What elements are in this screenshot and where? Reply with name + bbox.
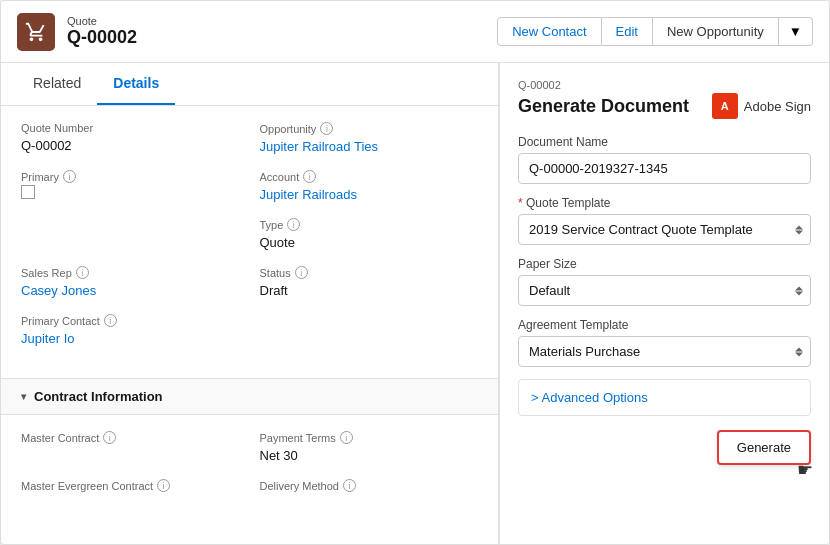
primary-contact-info-icon[interactable]: i (104, 314, 117, 327)
quote-template-field: Quote Template 2019 Service Contract Quo… (518, 196, 811, 245)
generate-button[interactable]: Generate (717, 430, 811, 465)
field-row-2: Primary i ✎ Account i (21, 170, 478, 204)
paper-size-select-wrapper: Default (518, 275, 811, 306)
opportunity-link[interactable]: Jupiter Railroad Ties (260, 137, 379, 156)
field-row-contract-1: Master Contract i ✎ Payment Terms i (21, 431, 478, 465)
payment-terms-label: Payment Terms i (260, 431, 479, 444)
primary-value-row: ✎ (21, 185, 240, 199)
field-primary-contact: Primary Contact i Jupiter Io ✎ (21, 314, 240, 348)
adobe-sign-label: Adobe Sign (744, 99, 811, 114)
type-info-icon[interactable]: i (287, 218, 300, 231)
header: Quote Q-00002 New Contact Edit New Oppor… (1, 1, 829, 63)
master-contract-info-icon[interactable]: i (103, 431, 116, 444)
adobe-sign-branding: A Adobe Sign (712, 93, 811, 119)
form-section-contract: Master Contract i ✎ Payment Terms i (1, 415, 498, 524)
status-value-row: Draft ✎ (260, 281, 479, 300)
quote-number-value-row: Q-00002 (21, 136, 240, 155)
paper-size-select[interactable]: Default (518, 275, 811, 306)
panel-record-id: Q-00002 (518, 79, 811, 91)
field-status: Status i Draft ✎ (260, 266, 479, 300)
primary-label: Primary i (21, 170, 240, 183)
field-empty-1 (21, 218, 240, 252)
type-value-row: Quote ✎ (260, 233, 479, 252)
agreement-template-select-wrapper: Materials Purchase (518, 336, 811, 367)
body: Related Details Quote Number Q-00002 (1, 63, 829, 544)
cart-svg (25, 21, 47, 43)
document-name-field: Document Name (518, 135, 811, 184)
quote-template-label: Quote Template (518, 196, 811, 210)
primary-contact-value-row: Jupiter Io ✎ (21, 329, 240, 348)
panel-header: Generate Document A Adobe Sign (518, 93, 811, 119)
field-row-contract-2: Master Evergreen Contract i Delivery Met… (21, 479, 478, 494)
opportunity-info-icon[interactable]: i (320, 122, 333, 135)
field-opportunity: Opportunity i Jupiter Railroad Ties ✎ (260, 122, 479, 156)
actions-dropdown-button[interactable]: ▼ (779, 17, 813, 46)
field-type: Type i Quote ✎ (260, 218, 479, 252)
primary-checkbox[interactable] (21, 185, 35, 199)
paper-size-label: Paper Size (518, 257, 811, 271)
opportunity-label: Opportunity i (260, 122, 479, 135)
status-value: Draft (260, 281, 288, 300)
adobe-icon: A (712, 93, 738, 119)
advanced-options-label: > Advanced Options (531, 390, 648, 405)
header-title-block: Quote Q-00002 (67, 15, 137, 48)
agreement-template-label: Agreement Template (518, 318, 811, 332)
contract-info-section-header[interactable]: ▾ Contract Information (1, 378, 498, 415)
sales-rep-info-icon[interactable]: i (76, 266, 89, 279)
sales-rep-label: Sales Rep i (21, 266, 240, 279)
advanced-options-section[interactable]: > Advanced Options (518, 379, 811, 416)
agreement-template-select[interactable]: Materials Purchase (518, 336, 811, 367)
opportunity-value-row: Jupiter Railroad Ties ✎ (260, 137, 479, 156)
status-info-icon[interactable]: i (295, 266, 308, 279)
tab-related[interactable]: Related (17, 63, 97, 105)
field-row-5: Primary Contact i Jupiter Io ✎ (21, 314, 478, 348)
primary-info-icon[interactable]: i (63, 170, 76, 183)
contract-info-label: Contract Information (34, 389, 163, 404)
header-subtitle: Quote (67, 15, 137, 27)
field-master-contract: Master Contract i ✎ (21, 431, 240, 465)
generate-section: Generate (518, 430, 811, 465)
account-label: Account i (260, 170, 479, 183)
master-contract-label: Master Contract i (21, 431, 240, 444)
quote-icon (17, 13, 55, 51)
quote-number-value: Q-00002 (21, 136, 72, 155)
sales-rep-link[interactable]: Casey Jones (21, 281, 96, 300)
payment-terms-value: Net 30 (260, 446, 298, 465)
document-name-input[interactable] (518, 153, 811, 184)
app-container: Quote Q-00002 New Contact Edit New Oppor… (0, 0, 830, 545)
primary-contact-link[interactable]: Jupiter Io (21, 329, 74, 348)
left-panel: Related Details Quote Number Q-00002 (1, 63, 499, 544)
payment-terms-info-icon[interactable]: i (340, 431, 353, 444)
account-info-icon[interactable]: i (303, 170, 316, 183)
type-value: Quote (260, 233, 295, 252)
master-evergreen-info-icon[interactable]: i (157, 479, 170, 492)
tabs: Related Details (1, 63, 498, 106)
new-opportunity-button[interactable]: New Opportunity (653, 17, 779, 46)
panel-title: Generate Document (518, 96, 689, 117)
field-quote-number: Quote Number Q-00002 (21, 122, 240, 156)
field-delivery-method: Delivery Method i (260, 479, 479, 494)
chevron-down-icon: ▼ (789, 24, 802, 39)
account-link[interactable]: Jupiter Railroads (260, 185, 358, 204)
master-contract-value-row: ✎ (21, 446, 240, 460)
delivery-method-label: Delivery Method i (260, 479, 479, 492)
field-row-3: Type i Quote ✎ (21, 218, 478, 252)
sales-rep-value-row: Casey Jones ✎ (21, 281, 240, 300)
field-payment-terms: Payment Terms i Net 30 ✎ (260, 431, 479, 465)
field-account: Account i Jupiter Railroads ✎ (260, 170, 479, 204)
account-value-row: Jupiter Railroads ✎ (260, 185, 479, 204)
contract-info-chevron-icon: ▾ (21, 391, 26, 402)
right-panel: Q-00002 Generate Document A Adobe Sign D… (499, 63, 829, 544)
quote-template-select[interactable]: 2019 Service Contract Quote Template (518, 214, 811, 245)
tab-details[interactable]: Details (97, 63, 175, 105)
quote-number-label: Quote Number (21, 122, 240, 134)
delivery-method-info-icon[interactable]: i (343, 479, 356, 492)
field-row-1: Quote Number Q-00002 Opportunity i Jupit… (21, 122, 478, 156)
field-row-4: Sales Rep i Casey Jones ✎ Status i (21, 266, 478, 300)
edit-button[interactable]: Edit (602, 17, 653, 46)
paper-size-field: Paper Size Default (518, 257, 811, 306)
field-sales-rep: Sales Rep i Casey Jones ✎ (21, 266, 240, 300)
new-contact-button[interactable]: New Contact (497, 17, 601, 46)
status-label: Status i (260, 266, 479, 279)
field-empty-2 (260, 314, 479, 348)
